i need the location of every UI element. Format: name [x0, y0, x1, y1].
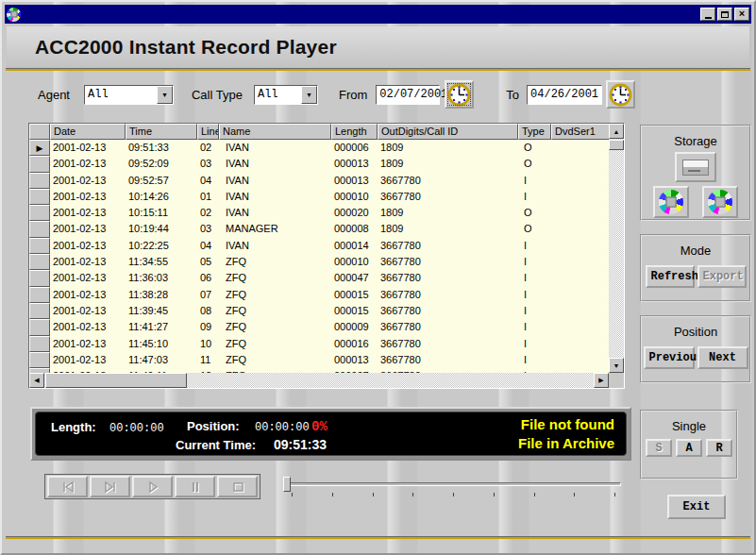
app-cd-icon [7, 8, 21, 22]
grid-header-row: DateTimeLineNameLengthOutDigits/Call IDT… [29, 124, 609, 140]
table-row[interactable]: 2001-02-1311:34:5505ZFQ0000103667780I [29, 254, 609, 270]
table-row[interactable]: 2001-02-1311:47:0311ZFQ0000133667780I [29, 352, 609, 368]
play-icon [143, 480, 162, 494]
horizontal-scrollbar[interactable]: ◀ ▶ [29, 373, 609, 388]
call-type-label: Call Type [192, 88, 243, 102]
maximize-button[interactable] [717, 8, 732, 21]
length-value: 00:00:00 [109, 422, 164, 435]
from-calendar-button[interactable] [445, 80, 474, 109]
grid-viewport: DateTimeLineNameLengthOutDigits/Call IDT… [29, 124, 609, 373]
table-row[interactable]: 2001-02-1311:36:0306ZFQ0000473667780I [29, 270, 609, 286]
column-header[interactable]: OutDigits/Call ID [378, 124, 518, 140]
stop-button[interactable] [217, 476, 258, 497]
row-selector[interactable] [29, 352, 50, 368]
table-row[interactable]: 2001-02-1311:45:1010ZFQ0000163667780I [29, 336, 609, 352]
exit-button[interactable]: Exit [667, 495, 726, 519]
row-selector[interactable] [29, 189, 50, 205]
table-row[interactable]: 2001-02-1310:19:4403MANAGER0000081809O [29, 221, 609, 237]
table-row[interactable]: 2001-02-1310:15:1102IVAN0000201809O [29, 205, 609, 221]
table-row[interactable]: 2001-02-1311:38:2807ZFQ0000153667780I [29, 287, 609, 303]
row-selector[interactable] [29, 221, 50, 237]
table-cell: 000009 [331, 319, 378, 335]
table-row[interactable]: 2001-02-1310:22:2504IVAN0000143667780I [29, 238, 609, 254]
play-button[interactable] [132, 476, 173, 497]
next-button[interactable]: Next [697, 346, 748, 369]
close-button[interactable]: × [734, 8, 749, 21]
app-window: × ACC2000 Instant Record Player Agent Al… [0, 0, 756, 555]
cd-storage-right-button[interactable] [702, 186, 738, 218]
current-time-label: Current Time: [176, 438, 256, 452]
table-row[interactable]: 2001-02-1309:52:5704IVAN0000133667780I [29, 173, 609, 189]
table-cell: 09:51:33 [126, 140, 197, 156]
to-calendar-button[interactable] [606, 80, 635, 109]
cd-storage-left-button[interactable] [653, 186, 689, 218]
row-selector[interactable] [29, 238, 50, 254]
scroll-left-icon[interactable]: ◀ [29, 373, 44, 388]
hard-disk-icon [682, 160, 709, 176]
agent-select[interactable]: All ▼ [84, 85, 174, 105]
skip-back-button[interactable] [47, 476, 88, 497]
horizontal-scrollbar-thumb[interactable] [45, 373, 187, 388]
row-selector[interactable] [29, 303, 50, 319]
pause-button[interactable] [175, 476, 215, 497]
column-header[interactable]: Length [331, 124, 378, 140]
table-cell: I [518, 270, 551, 286]
single-a-button[interactable]: A [676, 439, 702, 457]
hard-disk-button[interactable] [675, 152, 716, 182]
table-cell: IVAN [219, 156, 331, 172]
table-cell: 3667780 [378, 336, 518, 352]
call-type-select[interactable]: All ▼ [254, 85, 318, 105]
export-button[interactable]: Export [697, 265, 747, 288]
table-cell: 2001-02-13 [50, 156, 126, 172]
slider-track[interactable] [286, 482, 621, 486]
single-s-button[interactable]: S [646, 439, 672, 457]
row-selector[interactable] [29, 336, 50, 352]
vertical-scrollbar[interactable]: ▲ ▼ [609, 124, 624, 373]
from-date-input[interactable]: 02/07/2001 [376, 85, 440, 105]
chevron-down-icon[interactable]: ▼ [157, 86, 173, 104]
chevron-down-icon[interactable]: ▼ [301, 86, 317, 104]
table-cell: 3667780 [378, 254, 518, 270]
table-row[interactable]: ▶2001-02-1309:51:3302IVAN0000061809O [29, 140, 609, 156]
scroll-right-icon[interactable]: ▶ [594, 373, 609, 388]
row-selector[interactable] [29, 173, 50, 189]
column-header[interactable]: Name [219, 124, 331, 140]
row-selector[interactable] [29, 270, 50, 286]
slider-tick [614, 493, 615, 496]
scroll-up-icon[interactable]: ▲ [609, 124, 624, 139]
table-cell: 09 [197, 319, 219, 335]
minimize-button[interactable] [700, 8, 715, 21]
to-date-input[interactable]: 04/26/2001 [527, 85, 602, 105]
previous-button[interactable]: Previous [644, 346, 695, 369]
row-selector[interactable] [29, 287, 50, 303]
table-cell: 03 [197, 221, 219, 237]
skip-forward-button[interactable] [90, 476, 130, 497]
column-header[interactable]: Line [197, 124, 219, 140]
row-selector[interactable] [29, 254, 50, 270]
row-selector[interactable] [29, 156, 50, 172]
slider-thumb[interactable] [283, 477, 291, 492]
refresh-button[interactable]: Refresh [646, 265, 695, 288]
table-cell: 000014 [331, 238, 378, 254]
column-header[interactable]: Date [50, 124, 126, 140]
table-cell [551, 156, 609, 172]
table-row[interactable]: 2001-02-1309:52:0903IVAN0000131809O [29, 156, 609, 172]
row-selector[interactable] [29, 319, 50, 335]
column-header[interactable]: Type [518, 124, 551, 140]
agent-value: All [85, 86, 157, 104]
table-row[interactable]: 2001-02-1311:39:4508ZFQ0000153667780I [29, 303, 609, 319]
column-header[interactable]: DvdSer1 [551, 124, 609, 140]
table-cell [551, 303, 609, 319]
footer-divider [6, 536, 750, 539]
table-row[interactable]: 2001-02-1311:41:2709ZFQ0000093667780I [29, 319, 609, 335]
single-r-button[interactable]: R [706, 439, 732, 457]
slider-tick [373, 493, 374, 496]
table-row[interactable]: 2001-02-1310:14:2601IVAN0000103667780I [29, 189, 609, 205]
scroll-down-icon[interactable]: ▼ [609, 358, 624, 373]
column-header[interactable]: Time [126, 124, 197, 140]
seek-slider[interactable] [278, 474, 625, 499]
storage-title: Storage [642, 134, 749, 148]
row-selector[interactable]: ▶ [29, 140, 50, 156]
row-selector[interactable] [29, 205, 50, 221]
vertical-scrollbar-thumb[interactable] [609, 140, 624, 150]
